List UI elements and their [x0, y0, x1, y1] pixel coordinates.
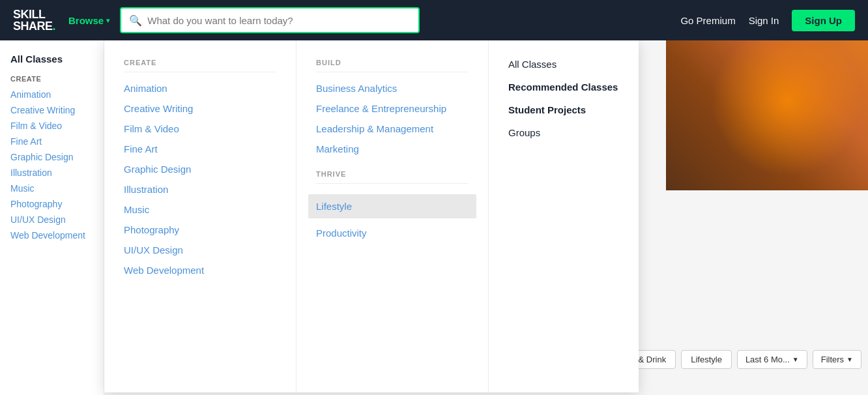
logo-line2: SHARE. [13, 20, 55, 32]
thrive-section-label: THRIVE [316, 170, 469, 184]
last-6mo-sort[interactable]: Last 6 Mo... ▼ [737, 350, 807, 369]
thrive-section: THRIVE Lifestyle Productivity [316, 170, 469, 239]
search-input[interactable] [147, 15, 411, 26]
dropdown-item-fine-art[interactable]: Fine Art [124, 143, 276, 154]
dropdown-build-col: BUILD Business Analytics Freelance & Ent… [297, 40, 489, 392]
dropdown-item-graphic-design[interactable]: Graphic Design [124, 164, 276, 175]
sidebar-item[interactable]: Illustration [10, 168, 93, 178]
dropdown-item-business-analytics[interactable]: Business Analytics [316, 83, 469, 94]
filters-arrow-icon: ▼ [846, 356, 853, 363]
dropdown-all-classes[interactable]: All Classes [508, 59, 619, 70]
sidebar-section-label: CREATE [10, 75, 93, 83]
sidebar-item[interactable]: Photography [10, 199, 93, 209]
sidebar-item[interactable]: Fine Art [10, 136, 93, 147]
dropdown-item-film-video[interactable]: Film & Video [124, 123, 276, 134]
sort-arrow-icon: ▼ [792, 356, 799, 363]
dropdown-item-lifestyle[interactable]: Lifestyle [308, 194, 476, 218]
sidebar-item[interactable]: Web Development [10, 230, 93, 241]
logo-dot: . [53, 20, 56, 33]
dropdown-student-projects[interactable]: Student Projects [508, 104, 619, 115]
dropdown-item-freelance[interactable]: Freelance & Entrepreneurship [316, 103, 469, 114]
hero-image [666, 40, 868, 190]
browse-button[interactable]: Browse ▾ [68, 15, 109, 26]
create-section-label: CREATE [124, 59, 276, 72]
dropdown-item-creative-writing[interactable]: Creative Writing [124, 103, 276, 114]
logo[interactable]: SKILL SHARE. [13, 8, 55, 32]
search-bar: 🔍 [120, 7, 420, 33]
sidebar-item[interactable]: Graphic Design [10, 152, 93, 162]
dropdown-recommended-classes[interactable]: Recommended Classes [508, 81, 619, 93]
dropdown-item-animation[interactable]: Animation [124, 83, 276, 94]
sidebar-item[interactable]: Music [10, 183, 93, 194]
dropdown-item-illustration[interactable]: Illustration [124, 184, 276, 195]
navbar: SKILL SHARE. Browse ▾ 🔍 Go Premium Sign … [0, 0, 868, 40]
browse-dropdown: CREATE Animation Creative Writing Film &… [104, 40, 639, 392]
sidebar-item[interactable]: Creative Writing [10, 105, 93, 115]
lifestyle-filter[interactable]: Lifestyle [681, 350, 732, 369]
dropdown-item-productivity[interactable]: Productivity [316, 227, 469, 239]
go-premium-button[interactable]: Go Premium [680, 15, 735, 26]
dropdown-links-col: All Classes Recommended Classes Student … [489, 40, 639, 392]
filter-row: Food & Drink Lifestyle Last 6 Mo... ▼ Fi… [607, 350, 861, 369]
sidebar-item[interactable]: UI/UX Design [10, 214, 93, 225]
chevron-down-icon: ▾ [106, 17, 109, 24]
dropdown-item-webdev[interactable]: Web Development [124, 265, 276, 276]
dropdown-create-col: CREATE Animation Creative Writing Film &… [104, 40, 297, 392]
page-body: All Classes CREATE Animation Creative Wr… [0, 40, 868, 395]
sidebar: All Classes CREATE Animation Creative Wr… [0, 40, 104, 395]
hero-image-placeholder [666, 40, 868, 190]
filters-button[interactable]: Filters ▼ [813, 350, 861, 369]
dropdown-item-photography[interactable]: Photography [124, 224, 276, 235]
dropdown-item-leadership[interactable]: Leadership & Management [316, 123, 469, 134]
nav-right: Go Premium Sign In Sign Up [680, 10, 855, 31]
sidebar-all-classes[interactable]: All Classes [10, 53, 93, 65]
sidebar-item[interactable]: Animation [10, 89, 93, 100]
dropdown-groups[interactable]: Groups [508, 127, 619, 138]
dropdown-item-marketing[interactable]: Marketing [316, 143, 469, 154]
build-section-label: BUILD [316, 59, 469, 72]
sign-in-button[interactable]: Sign In [749, 15, 779, 26]
dropdown-item-music[interactable]: Music [124, 204, 276, 215]
logo-line1: SKILL [13, 8, 55, 20]
search-icon: 🔍 [129, 14, 142, 27]
sidebar-item[interactable]: Film & Video [10, 121, 93, 131]
sign-up-button[interactable]: Sign Up [792, 10, 855, 31]
dropdown-item-uiux[interactable]: UI/UX Design [124, 244, 276, 256]
